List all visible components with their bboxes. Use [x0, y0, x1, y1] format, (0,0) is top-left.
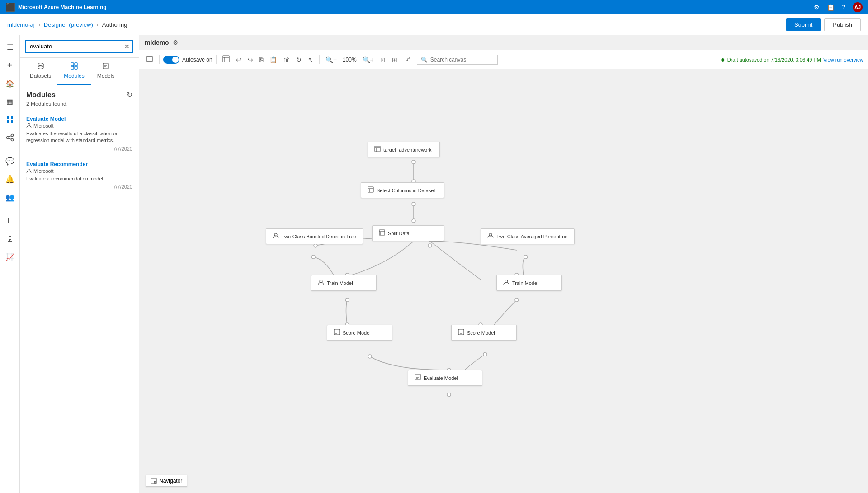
node-score-model-right[interactable]: Score Model [451, 325, 517, 341]
node-two-class-boosted[interactable]: Two-Class Boosted Decision Tree [266, 228, 363, 244]
datastore-icon[interactable]: 🗄 [2, 231, 18, 247]
experiment-icon[interactable] [2, 111, 18, 128]
settings-icon[interactable]: ⚙ [814, 4, 820, 11]
svg-point-41 [368, 355, 372, 358]
submit-button[interactable]: Submit [786, 18, 821, 31]
node-label-train-left: Train Model [327, 280, 353, 286]
module-desc-2: Evaluate a recommendation model. [26, 175, 132, 182]
node-icon-target [374, 146, 381, 153]
fit-width-button[interactable]: ⊞ [390, 54, 400, 65]
home-icon[interactable]: 🏠 [2, 75, 18, 91]
node-icon-score-right [458, 329, 464, 337]
module-org-2: Microsoft [26, 168, 132, 174]
svg-rect-3 [11, 120, 13, 123]
node-two-class-averaged[interactable]: Two-Class Averaged Perceptron [481, 228, 575, 244]
search-canvas-input[interactable] [430, 57, 494, 63]
autosave-label: Autosave on [182, 57, 212, 63]
zoom-in-button[interactable]: 🔍+ [360, 54, 376, 65]
app-logo: ⬛ [5, 2, 15, 12]
module-desc-1: Evaluates the results of a classificatio… [26, 130, 132, 144]
pipeline-name: mldemo [145, 39, 169, 46]
node-evaluate-model[interactable]: Evaluate Model [408, 370, 482, 386]
help-icon[interactable]: ? [842, 4, 845, 11]
autosave-track[interactable] [163, 56, 179, 64]
node-icon-select [368, 186, 374, 194]
table-view-button[interactable] [220, 53, 232, 66]
fit-button[interactable]: ⊡ [378, 54, 388, 65]
datasets-tab-label: Datasets [30, 73, 51, 79]
breadcrumb-bar: mldemo-aj › Designer (preview) › Authori… [0, 14, 868, 35]
add-icon[interactable]: + [2, 57, 18, 73]
tab-modules[interactable]: Modules [57, 58, 90, 85]
left-panel: ✕ Datasets Modules Models [20, 35, 139, 493]
autosave-status: ● Draft autosaved on 7/16/2020, 3:06:49 … [721, 56, 863, 64]
monitor-icon[interactable]: 📈 [2, 249, 18, 265]
svg-point-9 [38, 63, 43, 66]
node-target-adventurework[interactable]: target_adventurework [368, 142, 440, 157]
node-select-columns[interactable]: Select Columns in Dataset [361, 182, 444, 198]
navigator-button[interactable]: Navigator [146, 475, 187, 487]
modules-tab-label: Modules [64, 73, 84, 79]
select-tool-button[interactable] [144, 53, 156, 66]
node-train-model-right[interactable]: Train Model [496, 275, 562, 291]
canvas-toolbar: Autosave on ↩ ↪ ⎘ 📋 🗑 ↻ ↖ 🔍− 100% 🔍+ ⊡ ⊞… [139, 50, 868, 69]
comment-icon[interactable]: 💬 [2, 153, 18, 169]
modules-tab-icon [71, 62, 78, 71]
panel-title-row: mldemo ⚙ [139, 35, 868, 50]
module-name-2: Evaluate Recommender [26, 161, 132, 167]
auto-layout-button[interactable] [401, 53, 413, 66]
copy-button[interactable]: ⎘ [257, 54, 265, 65]
pointer-button[interactable]: ↖ [306, 54, 316, 65]
svg-rect-0 [7, 116, 9, 119]
autosave-dot: ● [721, 56, 725, 64]
node-train-model-left[interactable]: Train Model [311, 275, 377, 291]
alert-icon[interactable]: 🔔 [2, 171, 18, 187]
toolbar-divider-2 [216, 55, 217, 64]
svg-line-7 [9, 136, 11, 137]
module-card-evaluate-recommender[interactable]: Evaluate Recommender Microsoft Evaluate … [20, 156, 139, 194]
module-card-evaluate-model[interactable]: Evaluate Model Microsoft Evaluates the r… [20, 111, 139, 156]
svg-point-26 [412, 160, 415, 164]
menu-icon[interactable]: ☰ [2, 39, 18, 55]
svg-point-38 [515, 298, 519, 302]
node-icon-evaluate [415, 374, 421, 382]
redo-button[interactable]: ↪ [245, 54, 255, 65]
undo-button[interactable]: ↩ [234, 54, 244, 65]
svg-point-4 [6, 137, 9, 139]
compute-icon[interactable]: 🖥 [2, 213, 18, 229]
canvas[interactable]: target_adventurework Select Columns in D… [139, 69, 868, 493]
paste-button[interactable]: 📋 [267, 54, 279, 65]
zoom-out-button[interactable]: 🔍− [323, 54, 339, 65]
node-label-averaged: Two-Class Averaged Perceptron [496, 234, 568, 239]
refresh-canvas-button[interactable]: ↻ [294, 54, 304, 65]
feedback-icon[interactable]: 📋 [827, 4, 835, 11]
breadcrumb-designer[interactable]: Designer (preview) [44, 21, 93, 28]
view-run-link[interactable]: View run overview [823, 57, 863, 62]
pipeline-icon[interactable] [2, 129, 18, 146]
node-icon-boosted [273, 232, 279, 240]
people-icon[interactable]: 👥 [2, 189, 18, 205]
canvas-area: mldemo ⚙ Autosave on ↩ ↪ ⎘ 📋 🗑 [139, 35, 868, 493]
svg-rect-20 [223, 56, 229, 62]
node-split-data[interactable]: Split Data [372, 225, 444, 241]
svg-point-29 [412, 219, 415, 223]
publish-button[interactable]: Publish [824, 18, 861, 31]
delete-button[interactable]: 🗑 [281, 54, 292, 65]
module-search-input[interactable] [26, 41, 122, 52]
dashboard-icon[interactable]: ▦ [2, 93, 18, 109]
tab-datasets[interactable]: Datasets [24, 58, 57, 85]
svg-line-8 [9, 138, 11, 139]
pipeline-settings-button[interactable]: ⚙ [173, 39, 179, 46]
svg-point-33 [311, 255, 315, 259]
tab-models[interactable]: Models [91, 58, 121, 85]
modules-count: 2 Modules found. [20, 101, 139, 111]
breadcrumb-mldemo-aj[interactable]: mldemo-aj [7, 21, 35, 28]
svg-rect-48 [368, 187, 373, 192]
node-icon-train-right [503, 279, 509, 287]
main-layout: ☰ + 🏠 ▦ 💬 🔔 👥 🖥 🗄 📈 ✕ [0, 35, 868, 493]
node-label-score-left: Score Model [343, 330, 371, 336]
refresh-button[interactable]: ↻ [127, 90, 132, 99]
search-clear-button[interactable]: ✕ [122, 41, 132, 52]
node-score-model-left[interactable]: Score Model [327, 325, 392, 341]
account-icon[interactable]: AJ [853, 2, 863, 12]
